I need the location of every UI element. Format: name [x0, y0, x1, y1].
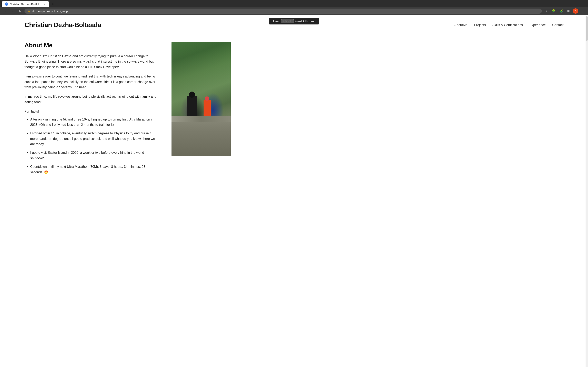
main-content: About Me Hello World! I'm Christian Dezh… [0, 34, 588, 183]
active-tab[interactable]: C Christian Dezha's Portfolio × [2, 1, 49, 7]
tab-title: Christian Dezha's Portfolio [10, 3, 41, 6]
nav-link-skills[interactable]: Skills & Certifications [492, 23, 523, 27]
media-icon[interactable]: ⊞ [566, 8, 571, 14]
nav-item-contact[interactable]: Contact [552, 23, 563, 27]
nav-item-experience[interactable]: Experience [529, 23, 546, 27]
figure-secondary-runner [204, 100, 211, 116]
nav-item-projects[interactable]: Projects [474, 23, 486, 27]
refresh-button[interactable]: ↻ [17, 8, 23, 14]
about-section: About Me Hello World! I'm Christian Dezh… [25, 42, 159, 175]
nav-link-experience[interactable]: Experience [529, 23, 546, 27]
tab-favicon: C [5, 2, 8, 6]
fun-fact-2: I started off in CS in college, eventual… [30, 131, 159, 147]
profile-image-section [172, 42, 231, 156]
fun-fact-4: Countdown until my next Ultra Marathon (… [30, 164, 159, 175]
nav-link-projects[interactable]: Projects [474, 23, 486, 27]
fun-facts-label: Fun facts! [25, 109, 159, 114]
fn-key: (fn) F [281, 19, 294, 23]
about-paragraph-1: Hello World! I'm Christian Dezha and am … [25, 54, 159, 70]
back-button[interactable]: ‹ [2, 8, 8, 14]
profile-avatar[interactable]: C [573, 8, 578, 14]
about-heading: About Me [25, 42, 159, 49]
fullscreen-prefix: Press [273, 20, 279, 23]
new-tab-button[interactable]: + [50, 1, 56, 7]
photo-ground-layer [172, 116, 231, 156]
fun-fact-3: I got to visit Easter Island in 2020, a … [30, 150, 159, 161]
tab-bar: C Christian Dezha's Portfolio × + [0, 0, 588, 7]
forward-button[interactable]: › [10, 8, 16, 14]
extension-icon[interactable]: 🧩 [551, 8, 557, 14]
scrollbar-thumb[interactable] [586, 16, 588, 41]
address-bar[interactable]: 🔒 dezhas-portfolio-v1.netlify.app [25, 8, 542, 14]
toolbar-actions: ☆ 🧩 🧩 ⊞ C ⋮ [544, 8, 586, 14]
fullscreen-banner: Press (fn) F to exit full screen [269, 18, 319, 25]
menu-icon[interactable]: ⋮ [580, 8, 586, 14]
figure-main-runner [187, 96, 197, 116]
photo-figures [177, 70, 225, 116]
nav-item-skills[interactable]: Skills & Certifications [492, 23, 523, 27]
scrollbar[interactable] [586, 16, 588, 183]
profile-photo [172, 42, 231, 156]
fun-facts-list: After only running one 5k and three 10ks… [25, 117, 159, 175]
browser-toolbar: ‹ › ↻ 🔒 dezhas-portfolio-v1.netlify.app … [0, 7, 588, 15]
nav-link-aboutme[interactable]: AboutMe [454, 23, 467, 27]
fun-fact-1: After only running one 5k and three 10ks… [30, 117, 159, 128]
extension-icon-2[interactable]: 🧩 [558, 8, 564, 14]
page-content: Christian Dezha-Bolteada AboutMe Project… [0, 16, 588, 183]
lock-icon: 🔒 [28, 9, 31, 12]
tab-close-button[interactable]: × [43, 2, 46, 6]
nav-links: AboutMe Projects Skills & Certifications… [454, 23, 563, 27]
site-title: Christian Dezha-Bolteada [25, 21, 101, 29]
url-display: dezhas-portfolio-v1.netlify.app [33, 9, 68, 13]
bookmark-icon[interactable]: ☆ [544, 8, 549, 14]
browser-chrome: C Christian Dezha's Portfolio × + ‹ › ↻ … [0, 0, 588, 15]
fullscreen-suffix: to exit full screen [295, 20, 315, 23]
about-paragraph-2: I am always eager to continue learning a… [25, 74, 159, 90]
about-paragraph-3: In my free time, my life revolves around… [25, 94, 159, 105]
nav-link-contact[interactable]: Contact [552, 23, 563, 27]
nav-item-aboutme[interactable]: AboutMe [454, 23, 467, 27]
